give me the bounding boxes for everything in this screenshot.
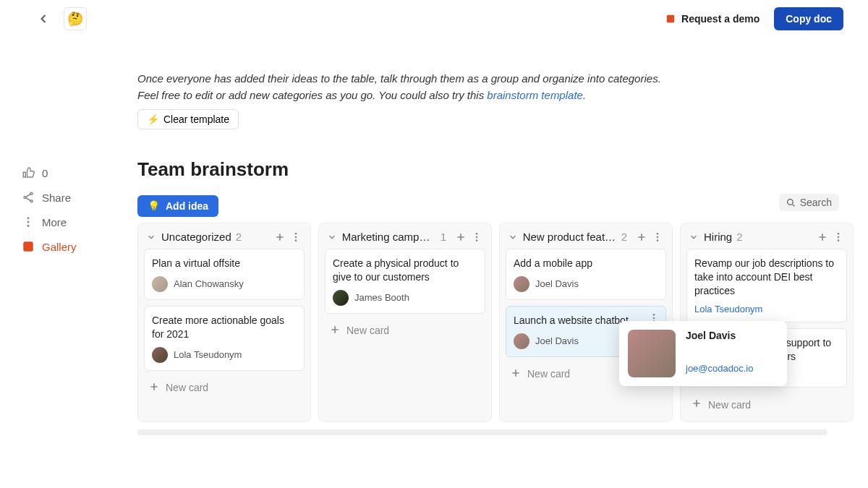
card-user: Alan Chowansky xyxy=(152,276,297,292)
search-button[interactable]: Search xyxy=(779,194,839,211)
board: Uncategorized2Plan a virtual offsiteAlan… xyxy=(137,201,854,422)
avatar xyxy=(333,290,349,306)
rail-share[interactable]: Share xyxy=(22,185,87,210)
svg-rect-0 xyxy=(667,15,675,23)
share-icon xyxy=(22,191,35,204)
new-card-button[interactable]: New card xyxy=(686,393,847,416)
svg-point-17 xyxy=(657,239,659,241)
rail-more[interactable]: More xyxy=(22,210,87,234)
brainstorm-template-link[interactable]: brainstorm template xyxy=(487,89,583,101)
svg-point-15 xyxy=(657,233,659,235)
card[interactable]: Create more actionable goals for 2021Lol… xyxy=(144,306,305,371)
card-title: Create a physical product to give to our… xyxy=(333,257,477,284)
username: Joel Davis xyxy=(535,278,579,289)
avatar xyxy=(152,276,168,292)
content: Once everyone has added their ideas to t… xyxy=(87,38,868,435)
column-count: 2 xyxy=(736,231,742,243)
svg-point-23 xyxy=(838,239,840,241)
svg-point-19 xyxy=(653,317,655,320)
card-title: Create more actionable goals for 2021 xyxy=(152,314,297,341)
svg-point-12 xyxy=(476,233,478,235)
new-card-button[interactable]: New card xyxy=(325,320,485,342)
plus-icon xyxy=(148,381,160,395)
username: Alan Chowansky xyxy=(174,278,244,289)
avatar xyxy=(514,333,529,349)
user-hover-card: Joel Davis joe@codadoc.io xyxy=(619,321,787,386)
add-card-icon[interactable] xyxy=(274,231,286,243)
svg-point-5 xyxy=(27,221,30,223)
add-idea-button[interactable]: 💡 Add idea xyxy=(137,195,218,217)
card-user: Joel Davis xyxy=(514,276,658,292)
card-user: James Booth xyxy=(333,290,477,306)
username: Lola Tseudonym xyxy=(174,349,242,360)
lightbulb-icon: 💡 xyxy=(148,200,160,212)
column-title: New product features xyxy=(523,231,617,243)
coda-logo-icon xyxy=(665,14,676,24)
chevron-down-icon[interactable] xyxy=(145,231,157,243)
rail-likes[interactable]: 0 xyxy=(22,160,87,185)
plus-icon xyxy=(510,367,522,381)
add-card-icon[interactable] xyxy=(636,231,647,243)
topbar: 🤔 Request a demo Copy doc xyxy=(0,0,868,38)
username: Joel Davis xyxy=(535,335,579,346)
svg-point-2 xyxy=(24,197,26,199)
svg-point-4 xyxy=(27,217,30,219)
svg-point-8 xyxy=(787,199,793,205)
column-menu-icon[interactable] xyxy=(833,231,844,243)
chevron-down-icon[interactable] xyxy=(507,231,519,243)
board-column: Uncategorized2Plan a virtual offsiteAlan… xyxy=(137,223,311,422)
card-title: Add a mobile app xyxy=(514,257,658,270)
intro-text: Once everyone has added their ideas to t… xyxy=(137,71,673,103)
card[interactable]: Revamp our job descriptions to take into… xyxy=(686,249,847,322)
svg-point-11 xyxy=(295,239,297,241)
column-count: 1 xyxy=(441,231,446,243)
request-demo-button[interactable]: Request a demo xyxy=(665,13,760,25)
hover-avatar xyxy=(628,330,676,377)
chevron-down-icon[interactable] xyxy=(326,231,338,243)
add-card-icon[interactable] xyxy=(455,231,467,243)
card[interactable]: Plan a virtual offsiteAlan Chowansky xyxy=(144,249,305,300)
back-arrow[interactable] xyxy=(36,12,51,26)
card-user: Lola Tseudonym xyxy=(152,347,297,363)
plus-icon xyxy=(691,398,702,411)
left-rail: 0 Share More Gallery xyxy=(0,38,87,435)
svg-point-18 xyxy=(653,314,655,316)
add-card-icon[interactable] xyxy=(817,231,828,243)
card-title: Plan a virtual offsite xyxy=(152,257,297,270)
board-column: Marketing campaigns1Create a physical pr… xyxy=(318,223,492,422)
card-user: Lola Tseudonym xyxy=(694,304,839,314)
svg-point-9 xyxy=(295,233,297,235)
svg-point-21 xyxy=(838,233,840,235)
column-menu-icon[interactable] xyxy=(652,231,663,243)
avatar xyxy=(514,276,529,292)
plus-icon xyxy=(329,324,341,338)
hover-email[interactable]: joe@codadoc.io xyxy=(686,363,753,374)
svg-point-22 xyxy=(838,236,840,238)
svg-point-10 xyxy=(295,236,297,238)
horizontal-scrollbar[interactable] xyxy=(137,429,827,435)
lightning-icon: ⚡ xyxy=(147,114,159,125)
gallery-icon xyxy=(22,240,35,253)
rail-gallery[interactable]: Gallery xyxy=(22,234,87,259)
copy-doc-button[interactable]: Copy doc xyxy=(774,7,843,30)
column-count: 2 xyxy=(621,231,627,243)
clear-template-button[interactable]: ⚡ Clear template xyxy=(137,109,239,129)
svg-point-14 xyxy=(476,239,478,241)
username: Lola Tseudonym xyxy=(694,304,762,314)
svg-rect-7 xyxy=(23,241,33,252)
card-title: Revamp our job descriptions to take into… xyxy=(694,257,839,298)
column-count: 2 xyxy=(236,231,242,243)
chevron-down-icon[interactable] xyxy=(688,231,699,243)
new-card-button[interactable]: New card xyxy=(144,377,305,399)
svg-point-1 xyxy=(30,192,33,194)
card[interactable]: Add a mobile appJoel Davis xyxy=(506,249,666,300)
column-menu-icon[interactable] xyxy=(290,231,302,243)
column-title: Uncategorized xyxy=(161,231,231,243)
column-title: Hiring xyxy=(704,231,732,243)
svg-point-6 xyxy=(27,225,30,227)
card[interactable]: Create a physical product to give to our… xyxy=(325,249,485,314)
column-title: Marketing campaigns xyxy=(342,231,436,243)
search-icon xyxy=(786,198,796,207)
doc-icon[interactable]: 🤔 xyxy=(64,7,87,30)
column-menu-icon[interactable] xyxy=(471,231,482,243)
